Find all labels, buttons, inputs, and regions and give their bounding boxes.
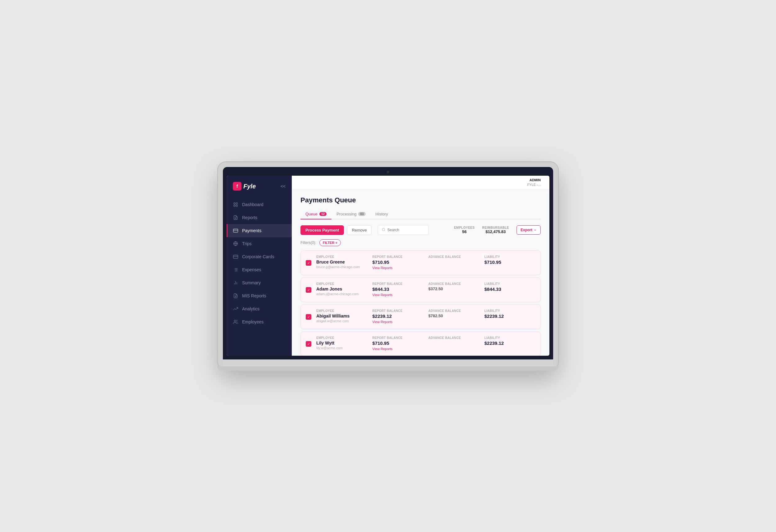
report-balance-section-3: Report Balance $2239.12 View Reports [373, 309, 424, 324]
sidebar-item-summary[interactable]: Summary [227, 276, 292, 289]
employee-name-2: Adam Jones [316, 287, 368, 292]
table-row: ✓ Employee Lily Wytt lily.w@acme.com Rep… [301, 332, 541, 356]
toolbar: Process Payment Remove [301, 225, 541, 235]
view-reports-link-1[interactable]: View Reports [373, 266, 393, 270]
svg-rect-0 [234, 203, 235, 204]
employee-name-4: Lily Wytt [316, 341, 368, 345]
employee-col-label: Employee [316, 255, 368, 258]
search-icon [382, 227, 386, 233]
advance-balance-amount-3: $782.50 [428, 314, 479, 318]
sidebar-item-label: MIS Reports [242, 293, 266, 298]
trending-up-icon [233, 306, 238, 312]
employees-count: 56 [454, 229, 475, 234]
filter-button[interactable]: FILTER + [320, 239, 341, 246]
logo-text: Fyle [243, 183, 256, 190]
checkbox-row-2[interactable]: ✓ [306, 287, 311, 293]
users-icon [233, 319, 238, 325]
list-icon [233, 267, 238, 273]
table-row: ✓ Employee Abigail Williams abigail.w@ac… [301, 305, 541, 329]
liability-amount-3: $2239.12 [484, 314, 536, 319]
sidebar-item-employees[interactable]: Employees [227, 315, 292, 328]
report-balance-label: Report Balance [373, 255, 424, 258]
checkbox-row-4[interactable]: ✓ [306, 341, 311, 347]
checkbox-row-3[interactable]: ✓ [306, 314, 311, 320]
employee-email-1: bruce.g@acme-chicago.com [316, 265, 368, 269]
employee-name-1: Bruce Greene [316, 259, 368, 264]
employee-col-label: Employee [316, 336, 368, 340]
report-balance-amount-4: $710.95 [373, 341, 424, 346]
bar-chart-icon [233, 280, 238, 286]
admin-name: ADMIN [527, 178, 541, 182]
sidebar-item-analytics[interactable]: Analytics [227, 302, 292, 315]
process-payment-button[interactable]: Process Payment [301, 225, 344, 235]
employee-section-2: Employee Adam Jones adam.j@acme-chicago.… [316, 282, 368, 296]
tab-history[interactable]: History [371, 209, 393, 219]
liability-label: Liability [484, 282, 536, 286]
advance-balance-label: Advance Balance [428, 255, 479, 258]
laptop-foot [217, 366, 559, 371]
collapse-button[interactable]: << [280, 184, 285, 189]
sidebar-item-expenses[interactable]: Expenses [227, 263, 292, 276]
sidebar-item-dashboard[interactable]: Dashboard [227, 198, 292, 211]
grid-icon [233, 202, 238, 207]
admin-info: ADMIN FYLE -... [527, 178, 541, 187]
tab-queue-badge: 12 [320, 212, 327, 216]
corporate-card-icon [233, 254, 238, 259]
checkbox-row-1[interactable]: ✓ [306, 260, 311, 266]
sidebar-item-label: Payments [242, 228, 261, 233]
tab-history-label: History [376, 212, 388, 216]
report-balance-label: Report Balance [373, 309, 424, 313]
svg-line-25 [384, 230, 385, 231]
sidebar-item-trips[interactable]: Trips [227, 237, 292, 250]
file-text-icon [233, 215, 238, 220]
remove-button[interactable]: Remove [347, 225, 371, 235]
report-balance-section-2: Report Balance $844.33 View Reports [373, 282, 424, 297]
liability-section-4: Liability $2239.12 [484, 336, 536, 346]
view-reports-link-4[interactable]: View Reports [373, 347, 393, 351]
top-bar: ADMIN FYLE -... [292, 176, 549, 189]
screen: f Fyle << Dashboard Reports [227, 176, 549, 356]
employees-stat: EMPLOYEES 56 [454, 226, 475, 234]
logo-icon: f [233, 182, 241, 191]
advance-balance-section-2: Advance Balance $372.50 [428, 282, 479, 291]
sidebar-item-label: Reports [242, 215, 257, 220]
admin-sub: FYLE -... [527, 182, 541, 187]
credit-card-icon [233, 228, 238, 233]
search-input[interactable] [387, 228, 425, 232]
search-box [378, 225, 429, 235]
filter-count: Filters(0): [301, 240, 316, 245]
tab-processing[interactable]: Processing 03 [332, 209, 370, 219]
sidebar-item-reports[interactable]: Reports [227, 211, 292, 224]
sidebar-item-label: Employees [242, 319, 263, 324]
svg-point-23 [234, 320, 236, 322]
employee-col-label: Employee [316, 309, 368, 313]
view-reports-link-3[interactable]: View Reports [373, 320, 393, 324]
liability-section-3: Liability $2239.12 [484, 309, 536, 319]
svg-rect-6 [233, 229, 238, 232]
report-balance-label: Report Balance [373, 282, 424, 286]
liability-label: Liability [484, 255, 536, 258]
reimbursable-amount: $12,475.83 [482, 229, 509, 234]
logo[interactable]: f Fyle [233, 182, 256, 191]
sidebar-item-label: Dashboard [242, 202, 263, 207]
view-reports-link-2[interactable]: View Reports [373, 293, 393, 297]
page-title: Payments Queue [301, 196, 541, 204]
sidebar-item-mis-reports[interactable]: MIS Reports [227, 289, 292, 302]
sidebar: f Fyle << Dashboard Reports [227, 176, 292, 356]
table-row: ✓ Employee Adam Jones adam.j@acme-chicag… [301, 278, 541, 302]
advance-balance-section-4: Advance Balance [428, 336, 479, 341]
tab-queue[interactable]: Queue 12 [301, 209, 332, 219]
sidebar-item-payments[interactable]: Payments [227, 224, 292, 237]
employee-email-4: lily.w@acme.com [316, 346, 368, 350]
tab-processing-badge: 03 [358, 212, 365, 216]
export-button[interactable]: Export [517, 225, 541, 235]
advance-balance-label: Advance Balance [428, 309, 479, 313]
liability-amount-2: $844.33 [484, 287, 536, 292]
payments-list: ✓ Employee Bruce Greene bruce.g@acme-chi… [301, 250, 541, 356]
report-balance-amount-2: $844.33 [373, 287, 424, 292]
advance-balance-section-3: Advance Balance $782.50 [428, 309, 479, 318]
employees-label: EMPLOYEES [454, 226, 475, 229]
sidebar-item-corporate-cards[interactable]: Corporate Cards [227, 250, 292, 263]
laptop-base [223, 359, 553, 366]
liability-amount-1: $710.95 [484, 259, 536, 265]
